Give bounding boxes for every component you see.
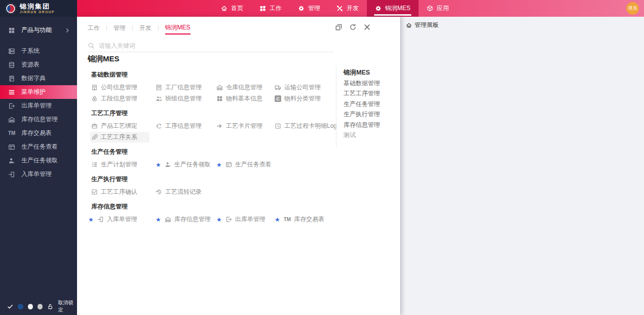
check-icon[interactable] [7, 303, 13, 310]
menu-item-process-card-log[interactable]: 工艺过程卡明细Log [274, 121, 337, 131]
building-icon [91, 84, 98, 91]
breadcrumb: 管理展板 [406, 21, 439, 29]
person-icon [165, 161, 171, 168]
menu-item-inventory-transactions[interactable]: ★ TM 库存交易表 [274, 214, 333, 225]
sidebar-item-inventory-info[interactable]: 库存信息管理 [0, 113, 77, 126]
favorite-star-icon[interactable]: ★ [216, 216, 222, 223]
top-nav-menu: 首页 工作 管理 开发 锦润MES 应用 [213, 0, 457, 17]
sidebar-item-inbound-order[interactable]: 入库单管理 [0, 167, 77, 181]
nav-item-home[interactable]: 首页 [213, 0, 251, 17]
section-header: 生产任务管理 [91, 148, 333, 156]
theme-dot-gray[interactable] [37, 304, 43, 309]
menu-item-warehouse-info[interactable]: 仓库信息管理 [215, 82, 274, 93]
favorite-star-icon[interactable]: ★ [88, 216, 94, 223]
sidebar-item-data-dictionary[interactable]: 数据字典 [0, 72, 77, 85]
nav-item-apps[interactable]: 应用 [419, 0, 457, 17]
menu-item-process-confirm[interactable]: 工艺工序确认 [90, 187, 155, 197]
cancel-lock-label[interactable]: 取消锁定 [58, 299, 77, 313]
menu-item-worksection-info[interactable]: 工段信息管理 [90, 93, 155, 104]
menu-item-material-basic[interactable]: 物料基本信息 [215, 93, 274, 104]
mes-menu-panel: 工作 | 管理 | 开发 | 锦润MES 锦润MES 基础数据管理 公司信息管理… [77, 17, 400, 315]
menu-item-inbound-order[interactable]: ★ 入库单管理 [87, 214, 155, 225]
favorite-star-icon[interactable]: ★ [216, 161, 222, 168]
favorite-star-icon[interactable]: ★ [156, 161, 161, 168]
search-icon [88, 42, 95, 49]
menu-index: 锦润MES 基础数据管理 工艺工序管理 生产任务管理 生产执行管理 库存信息管理… [336, 65, 397, 148]
user-avatar[interactable]: 理员 [626, 2, 639, 15]
nav-item-develop[interactable]: 开发 [328, 0, 367, 17]
tab-manage[interactable]: 管理 [113, 22, 126, 34]
menu-item-company-info[interactable]: 公司信息管理 [90, 82, 155, 93]
warehouse-icon [165, 216, 171, 223]
menu-item-product-process-bind[interactable]: 产品工艺绑定 [90, 121, 155, 131]
log-clock-icon [275, 123, 281, 129]
company-name-en: JINRUN GROUP [20, 11, 55, 14]
menu-item-production-plan[interactable]: 生产计划管理 [90, 159, 155, 170]
enter-icon [8, 171, 15, 178]
index-item-process[interactable]: 工艺工序管理 [344, 90, 397, 96]
chevron-right-icon [64, 27, 71, 33]
sidebar-item-subsystem[interactable]: 子系统 [0, 44, 77, 58]
favorite-star-icon[interactable]: ★ [275, 216, 280, 223]
refresh-icon[interactable] [349, 23, 357, 31]
menu-item-team-info[interactable]: 班组信息管理 [155, 93, 215, 104]
briefcase-icon [91, 123, 98, 129]
tab-develop[interactable]: 开发 [139, 22, 151, 34]
unlock-icon[interactable] [47, 303, 53, 310]
tools-icon [336, 5, 343, 12]
sidebar-item-resource-table[interactable]: 资源表 [0, 58, 77, 72]
index-item-inventory[interactable]: 库存信息管理 [344, 122, 397, 128]
dashboard-background: 管理展板 [400, 17, 644, 315]
menu-item-material-category[interactable]: C 物料分类管理 [274, 93, 333, 104]
favorite-star-icon[interactable]: ★ [156, 216, 161, 223]
nav-item-jinrun-mes[interactable]: 锦润MES [367, 0, 419, 17]
menu-item-process-info[interactable]: 工序信息管理 [155, 121, 215, 131]
home-icon [221, 5, 228, 12]
tab-jinrun-mes[interactable]: 锦润MES [165, 22, 191, 34]
menu-item-outbound-order[interactable]: ★ 出库单管理 [215, 214, 274, 225]
menu-item-task-view[interactable]: ★ 生产任务查看 [215, 159, 274, 170]
menu-item-inventory-info[interactable]: ★ 库存信息管理 [155, 214, 215, 225]
menu-search [88, 39, 334, 52]
left-sidebar: 产品与功能 子系统 资源表 数据字典 菜单维护 出库单管理 库存信息管理 TM … [0, 17, 77, 315]
table-icon [8, 144, 15, 151]
server-icon [8, 48, 15, 55]
theme-dot-blue[interactable] [18, 304, 23, 309]
menu-item-process-flow-record[interactable]: 工艺流转记录 [155, 187, 215, 197]
nav-item-manage[interactable]: 管理 [290, 0, 328, 17]
sidebar-item-task-view[interactable]: 生产任务查看 [0, 140, 77, 154]
company-logo-icon [5, 3, 16, 14]
menu-item-process-relation[interactable]: 工艺工序关系 [90, 132, 149, 143]
process-icon [156, 123, 162, 129]
category-c-icon: C [275, 95, 281, 102]
index-item-jinrun-mes[interactable]: 锦润MES [344, 69, 397, 76]
restore-icon[interactable] [335, 23, 343, 31]
menu-item-process-card[interactable]: 工艺卡片管理 [215, 121, 274, 131]
sidebar-item-task-claim[interactable]: 生产任务领取 [0, 154, 77, 167]
nav-item-work[interactable]: 工作 [251, 0, 290, 17]
menu-item-transport-company[interactable]: 运输公司管理 [274, 82, 333, 93]
index-item-production-exec[interactable]: 生产执行管理 [344, 111, 397, 117]
menu-item-task-claim[interactable]: ★ 生产任务领取 [155, 159, 215, 170]
company-name: 锦润集团 [20, 3, 55, 10]
index-item-test[interactable]: 测试 [344, 132, 397, 138]
factory-icon [156, 84, 162, 91]
menu-item-factory-info[interactable]: 工厂信息管理 [155, 82, 215, 93]
warehouse-icon [8, 116, 15, 123]
sidebar-footer: 取消锁定 [0, 301, 77, 312]
tab-work[interactable]: 工作 [88, 22, 100, 34]
sidebar-header-products[interactable]: 产品与功能 [0, 23, 77, 37]
brand-logo[interactable]: 锦润集团 JINRUN GROUP [0, 0, 77, 17]
sidebar-item-menu-maintenance[interactable]: 菜单维护 [0, 85, 77, 99]
close-icon[interactable] [363, 23, 371, 31]
index-item-basic-data[interactable]: 基础数据管理 [344, 80, 397, 86]
section-header: 工艺工序管理 [91, 109, 333, 118]
lock-icon [91, 95, 98, 102]
search-input[interactable] [99, 42, 312, 49]
truck-icon [275, 84, 281, 91]
theme-dot-white[interactable] [28, 304, 33, 309]
team-icon [156, 95, 162, 102]
sidebar-item-outbound-order[interactable]: 出库单管理 [0, 99, 77, 113]
sidebar-item-inventory-transactions[interactable]: TM 库存交易表 [0, 126, 77, 140]
index-item-production-task[interactable]: 生产任务管理 [344, 101, 397, 107]
